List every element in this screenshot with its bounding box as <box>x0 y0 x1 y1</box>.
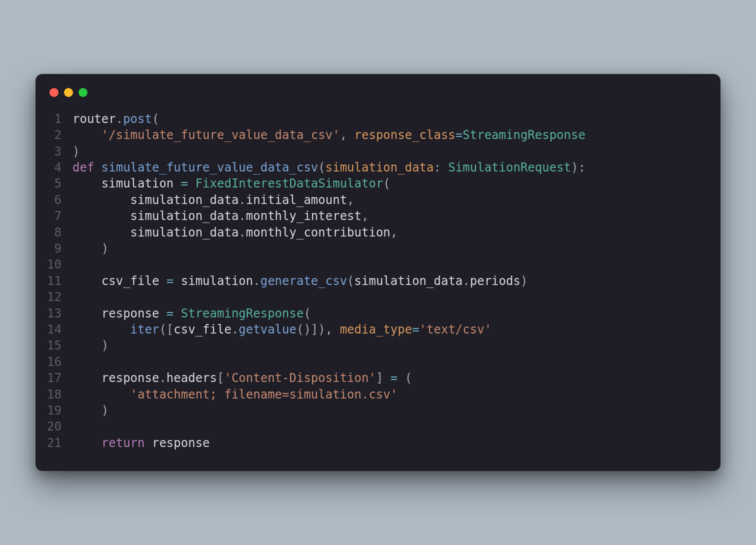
code-token: 'text/csv' <box>420 322 492 336</box>
code-token: getvalue <box>238 322 296 336</box>
code-token <box>72 388 130 402</box>
line-content: simulation = FixedInterestDataSimulator( <box>72 176 720 192</box>
line-number: 8 <box>36 224 72 240</box>
code-line: 11 csv_file = simulation.generate_csv(si… <box>36 273 720 289</box>
code-line: 20 <box>36 418 720 434</box>
code-token <box>94 160 101 174</box>
code-token: 'Content-Disposition' <box>224 371 376 385</box>
code-token: . <box>232 322 238 336</box>
line-number: 6 <box>36 192 72 208</box>
code-token: = <box>166 306 174 320</box>
code-token: = <box>412 322 419 336</box>
code-token <box>159 274 166 288</box>
line-number: 4 <box>36 160 72 176</box>
code-token: simulation_data <box>354 274 463 288</box>
code-token: monthly_contribution <box>246 226 390 240</box>
code-token: ( <box>318 160 325 174</box>
code-line: 12 <box>36 289 720 305</box>
code-token: StreamingResponse <box>181 306 304 320</box>
code-token: , <box>390 226 398 240</box>
line-content: response = StreamingResponse( <box>72 306 720 322</box>
code-block: 1router.post(2 '/simulate_future_value_d… <box>36 111 720 451</box>
code-token: ( <box>304 306 310 320</box>
code-token: return <box>102 436 145 450</box>
maximize-icon[interactable] <box>78 88 88 97</box>
code-token <box>72 371 102 385</box>
line-number: 19 <box>36 402 72 418</box>
code-line: 14 iter([csv_file.getvalue()]), media_ty… <box>36 322 720 338</box>
line-number: 16 <box>36 354 72 370</box>
code-token: 'attachment; filename=simulation.csv' <box>130 388 398 402</box>
line-number: 20 <box>36 418 72 434</box>
code-token: . <box>238 209 246 223</box>
line-number: 18 <box>36 386 72 402</box>
line-content: ) <box>72 338 720 354</box>
code-token <box>72 436 102 450</box>
code-line: 6 simulation_data.initial_amount, <box>36 192 720 208</box>
code-token: . <box>159 371 166 385</box>
code-line: 1router.post( <box>36 111 720 127</box>
line-content: response.headers['Content-Disposition'] … <box>72 370 720 386</box>
code-token: ([ <box>159 322 174 336</box>
code-token: headers <box>166 371 217 385</box>
line-number: 10 <box>36 256 72 272</box>
code-token: = <box>181 176 188 190</box>
code-token: ( <box>398 371 412 385</box>
line-content: router.post( <box>72 111 720 127</box>
line-content <box>72 256 720 272</box>
code-token <box>72 338 102 352</box>
code-token: : <box>434 160 448 174</box>
line-number: 9 <box>36 240 72 256</box>
code-token: . <box>238 193 246 207</box>
code-token: . <box>116 112 123 126</box>
line-content: ) <box>72 144 720 160</box>
code-token: [ <box>217 371 224 385</box>
code-token: simulation_data <box>130 226 239 240</box>
line-number: 17 <box>36 370 72 386</box>
code-token: ) <box>102 242 108 256</box>
code-token <box>72 242 102 256</box>
line-content: ) <box>72 402 720 418</box>
close-icon[interactable] <box>50 88 58 97</box>
code-token <box>72 193 130 207</box>
code-token: '/simulate_future_value_data_csv' <box>102 128 340 142</box>
code-line: 5 simulation = FixedInterestDataSimulato… <box>36 176 720 192</box>
line-content: 'attachment; filename=simulation.csv' <box>72 386 720 402</box>
line-number: 2 <box>36 127 72 143</box>
code-token: = <box>166 274 174 288</box>
code-token: SimulationRequest <box>448 160 571 174</box>
code-token: ] <box>376 371 390 385</box>
code-token: ()]), <box>296 322 340 336</box>
code-token: response <box>102 371 160 385</box>
code-token <box>72 322 130 336</box>
code-token <box>72 226 130 240</box>
code-token <box>174 306 180 320</box>
code-token: simulation_data <box>130 193 239 207</box>
line-number: 21 <box>36 435 72 451</box>
code-token <box>174 176 180 190</box>
line-content: simulation_data.monthly_interest, <box>72 208 720 224</box>
code-token: . <box>238 226 246 240</box>
code-line: 2 '/simulate_future_value_data_csv', res… <box>36 127 720 143</box>
code-line: 21 return response <box>36 435 720 451</box>
line-content <box>72 418 720 434</box>
code-token: ) <box>520 274 528 288</box>
code-token: response_class <box>354 128 456 142</box>
code-line: 4def simulate_future_value_data_csv(simu… <box>36 160 720 176</box>
minimize-icon[interactable] <box>64 88 73 97</box>
code-token: ): <box>571 160 586 174</box>
line-content: csv_file = simulation.generate_csv(simul… <box>72 273 720 289</box>
code-token: response <box>152 436 210 450</box>
code-token: initial_amount <box>246 193 347 207</box>
code-token <box>174 274 180 288</box>
code-token: FixedInterestDataSimulator <box>196 176 384 190</box>
code-token: , <box>362 209 368 223</box>
code-token: simulate_future_value_data_csv <box>102 160 318 174</box>
code-line: 8 simulation_data.monthly_contribution, <box>36 224 720 240</box>
code-line: 17 response.headers['Content-Disposition… <box>36 370 720 386</box>
code-token: simulation <box>181 274 254 288</box>
code-token: response <box>102 306 160 320</box>
code-token: = <box>390 371 398 385</box>
code-token: iter <box>130 322 160 336</box>
code-token <box>145 436 152 450</box>
